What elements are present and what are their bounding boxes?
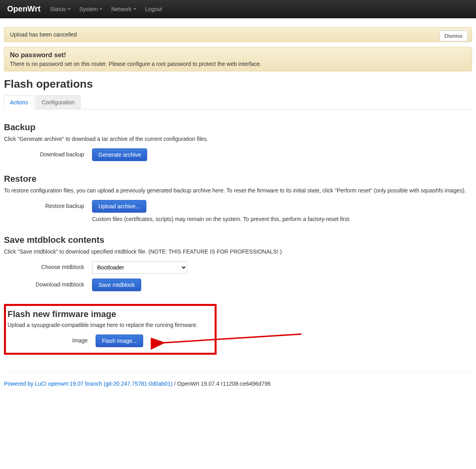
flash-image-label: Image: [8, 334, 96, 344]
caret-down-icon: [99, 8, 102, 10]
section-flash-firmware: Flash new firmware image Upload a sysupg…: [4, 304, 217, 355]
alert-no-password-title: No password set!: [10, 51, 466, 59]
nav-status-label: Status: [50, 6, 66, 12]
backup-desc: Click "Generate archive" to download a t…: [4, 136, 472, 142]
brand[interactable]: OpenWrt: [7, 4, 40, 13]
flash-heading: Flash new firmware image: [8, 309, 211, 319]
restore-backup-label: Restore backup: [4, 200, 92, 209]
download-backup-label: Download backup: [4, 148, 92, 158]
dismiss-button[interactable]: Dismiss: [440, 31, 468, 41]
caret-down-icon: [67, 8, 71, 10]
tab-configuration[interactable]: Configuration: [36, 95, 81, 109]
restore-desc: To restore configuration files, you can …: [4, 187, 472, 194]
section-restore: Restore To restore configuration files, …: [4, 174, 472, 222]
section-backup: Backup Click "Generate archive" to downl…: [4, 122, 472, 161]
section-mtdblock: Save mtdblock contents Click "Save mtdbl…: [4, 235, 472, 291]
choose-mtdblock-label: Choose mtdblock: [4, 261, 92, 270]
flash-desc: Upload a sysupgrade-compatible image her…: [8, 322, 211, 328]
page-title: Flash operations: [4, 78, 472, 90]
alert-no-password: No password set! There is no password se…: [4, 47, 472, 71]
footer: Powered by LuCI openwrt-19.07 branch (gi…: [4, 371, 472, 403]
caret-down-icon: [133, 8, 136, 10]
restore-heading: Restore: [4, 174, 472, 184]
footer-link[interactable]: Powered by LuCI openwrt-19.07 branch (gi…: [4, 381, 173, 387]
alert-no-password-text: There is no password set on this router.…: [10, 61, 466, 67]
mtdblock-heading: Save mtdblock contents: [4, 235, 472, 245]
flash-image-button[interactable]: Flash image...: [96, 334, 143, 347]
generate-archive-button[interactable]: Generate archive: [92, 148, 147, 161]
save-mtdblock-button[interactable]: Save mtdblock: [92, 279, 141, 291]
alert-upload-text: Upload has been cancelled: [10, 31, 77, 38]
nav-network-label: Network: [111, 6, 131, 12]
nav-system-label: System: [79, 6, 98, 12]
backup-heading: Backup: [4, 122, 472, 133]
footer-version: / OpenWrt 19.07.4 r11208-ce6496d796: [173, 381, 271, 387]
navbar: OpenWrt Status System Network Logout: [0, 0, 476, 18]
download-mtdblock-label: Download mtdblock: [4, 279, 92, 288]
tab-actions[interactable]: Actions: [4, 95, 34, 110]
alert-upload-cancelled: Upload has been cancelled Dismiss: [4, 27, 472, 42]
nav-status[interactable]: Status: [50, 6, 71, 12]
tabs: Actions Configuration: [4, 95, 472, 110]
choose-mtdblock-select[interactable]: Bootloader: [92, 261, 187, 274]
nav-logout[interactable]: Logout: [145, 6, 162, 12]
upload-archive-button[interactable]: Upload archive...: [92, 200, 146, 213]
nav-system[interactable]: System: [79, 6, 103, 12]
nav-network[interactable]: Network: [111, 6, 136, 12]
restore-hint: Custom files (certificates, scripts) may…: [92, 216, 472, 222]
mtdblock-desc: Click "Save mtdblock" to download specif…: [4, 248, 472, 255]
